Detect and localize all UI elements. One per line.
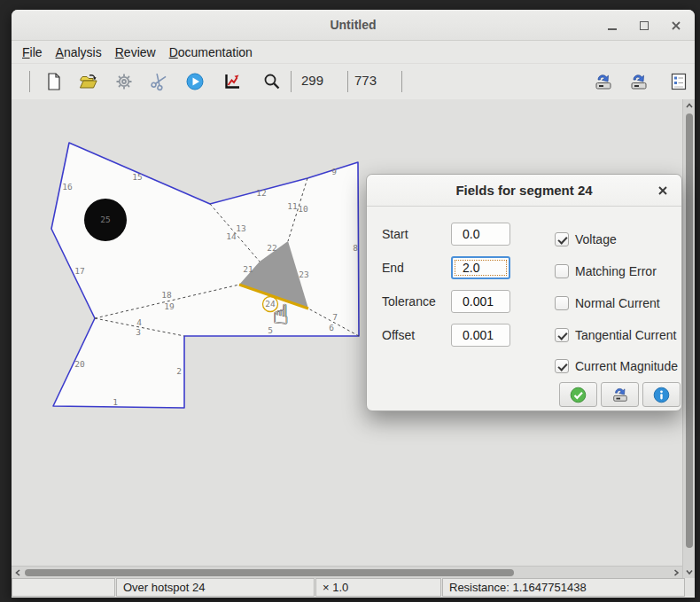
status-cell-empty: [12, 578, 115, 597]
results-chart-button[interactable]: [217, 67, 247, 96]
menu-review[interactable]: Review: [111, 43, 160, 61]
segment-label-12[interactable]: 12: [256, 188, 266, 198]
segment-label-1[interactable]: 1: [113, 397, 118, 407]
scroll-up-icon[interactable]: [683, 99, 696, 112]
tolerance-label: Tolerance: [382, 290, 436, 313]
report-form-button[interactable]: [664, 67, 694, 96]
counter-right: 773: [354, 73, 377, 88]
segment-label-17[interactable]: 17: [74, 266, 84, 276]
run-button[interactable]: [180, 67, 210, 96]
segment-label-10[interactable]: 10: [298, 204, 308, 214]
status-hotspot: Over hotspot 24: [116, 578, 315, 597]
tangential-current-checkbox-row[interactable]: Tangential Current: [555, 326, 676, 344]
menu-file[interactable]: File: [18, 43, 47, 61]
segment-label-23[interactable]: 23: [299, 270, 308, 279]
matching-error-checkbox[interactable]: [555, 264, 569, 278]
scroll-left-icon[interactable]: [12, 567, 24, 579]
chart-icon: [222, 72, 242, 91]
scroll-down-icon[interactable]: [683, 566, 696, 578]
dialog-titlebar[interactable]: Fields for segment 24: [367, 175, 681, 207]
segment-label-11[interactable]: 11: [287, 201, 298, 211]
toolbar-separator: [291, 71, 292, 92]
segment-label-2[interactable]: 2: [176, 366, 182, 376]
settings-button[interactable]: [109, 67, 139, 96]
start-input[interactable]: 0.0: [451, 223, 510, 246]
minimize-icon[interactable]: [606, 20, 618, 32]
dialog-title: Fields for segment 24: [367, 175, 681, 207]
app-window: Untitled File Analysis Review Documentat…: [12, 10, 695, 598]
normal-current-checkbox[interactable]: [555, 296, 569, 310]
open-file-button[interactable]: [74, 67, 104, 96]
segment-label-15[interactable]: 15: [132, 172, 142, 182]
titlebar: Untitled: [12, 10, 695, 41]
export-disk-icon: [594, 72, 613, 91]
open-folder-icon: [79, 72, 98, 91]
segment-label-19[interactable]: 19: [164, 301, 175, 311]
tolerance-input[interactable]: 0.001: [451, 290, 510, 313]
horizontal-scrollbar[interactable]: [12, 566, 682, 578]
matching-error-checkbox-row[interactable]: Matching Error: [555, 262, 657, 280]
export-disk-icon: [629, 72, 649, 91]
segment-label-13[interactable]: 13: [236, 223, 245, 233]
voltage-label: Voltage: [575, 232, 617, 246]
end-label: End: [382, 256, 404, 279]
status-resistance: Resistance: 1.1647751438: [442, 578, 685, 597]
toolbar-separator: [347, 71, 348, 92]
export-button-1[interactable]: [588, 67, 618, 96]
status-zoom-level: × 1.0: [315, 578, 441, 597]
scissors-icon: [147, 69, 172, 94]
segment-label-16[interactable]: 16: [62, 182, 73, 192]
ok-button[interactable]: [559, 382, 597, 407]
offset-label: Offset: [382, 324, 415, 347]
info-button[interactable]: [642, 382, 681, 407]
segment-label-7[interactable]: 7: [332, 312, 338, 322]
cut-button[interactable]: [144, 67, 175, 96]
tangential-current-label: Tangential Current: [575, 328, 676, 342]
current-magnitude-checkbox-row[interactable]: Current Magnitude: [555, 357, 678, 375]
segment-label-14[interactable]: 14: [226, 231, 237, 241]
new-document-button[interactable]: [39, 67, 69, 96]
menu-documentation[interactable]: Documentation: [165, 43, 257, 61]
normal-current-checkbox-row[interactable]: Normal Current: [555, 294, 660, 312]
current-magnitude-checkbox[interactable]: [555, 359, 569, 373]
segment-label-3[interactable]: 3: [136, 327, 141, 337]
voltage-checkbox[interactable]: [555, 232, 569, 246]
segment-label-25[interactable]: 25: [100, 215, 110, 224]
save-button[interactable]: [601, 382, 639, 407]
region-outline[interactable]: [51, 143, 359, 408]
close-icon[interactable]: [670, 20, 682, 32]
menu-analysis[interactable]: Analysis: [51, 43, 106, 61]
segment-label-18[interactable]: 18: [161, 290, 172, 300]
matching-error-label: Matching Error: [575, 264, 657, 278]
maximize-icon[interactable]: [638, 20, 650, 32]
segment-label-21[interactable]: 21: [243, 264, 253, 274]
scroll-right-icon[interactable]: [670, 567, 682, 579]
segment-label-9[interactable]: 9: [331, 167, 337, 176]
current-magnitude-label: Current Magnitude: [575, 359, 678, 373]
search-icon: [262, 72, 282, 91]
play-icon: [185, 72, 205, 91]
tangential-current-checkbox[interactable]: [555, 328, 569, 342]
vertical-scroll-thumb[interactable]: [686, 113, 693, 548]
segment-label-20[interactable]: 20: [74, 359, 85, 369]
voltage-checkbox-row[interactable]: Voltage: [555, 231, 617, 248]
hand-cursor-icon: ☝: [273, 299, 289, 330]
counter-left: 299: [301, 73, 323, 88]
info-circle-icon: [653, 387, 670, 403]
segment-label-4[interactable]: 4: [136, 317, 142, 327]
end-input[interactable]: 2.0: [451, 256, 510, 279]
normal-current-label: Normal Current: [575, 296, 660, 310]
horizontal-scroll-thumb[interactable]: [25, 569, 514, 576]
new-document-icon: [44, 72, 64, 91]
toolbar-separator: [29, 71, 30, 92]
segment-label-8[interactable]: 8: [353, 243, 358, 253]
statusbar: Over hotspot 24 × 1.0 Resistance: 1.1647…: [12, 578, 695, 597]
zoom-button[interactable]: [257, 67, 287, 96]
export-button-2[interactable]: [624, 67, 654, 96]
offset-input[interactable]: 0.001: [451, 324, 510, 347]
vertical-scrollbar[interactable]: [682, 99, 695, 578]
export-disk-icon: [611, 386, 629, 403]
segment-label-22[interactable]: 22: [267, 243, 276, 253]
segment-label-6[interactable]: 6: [329, 323, 334, 332]
dialog-close-icon[interactable]: [655, 183, 671, 199]
